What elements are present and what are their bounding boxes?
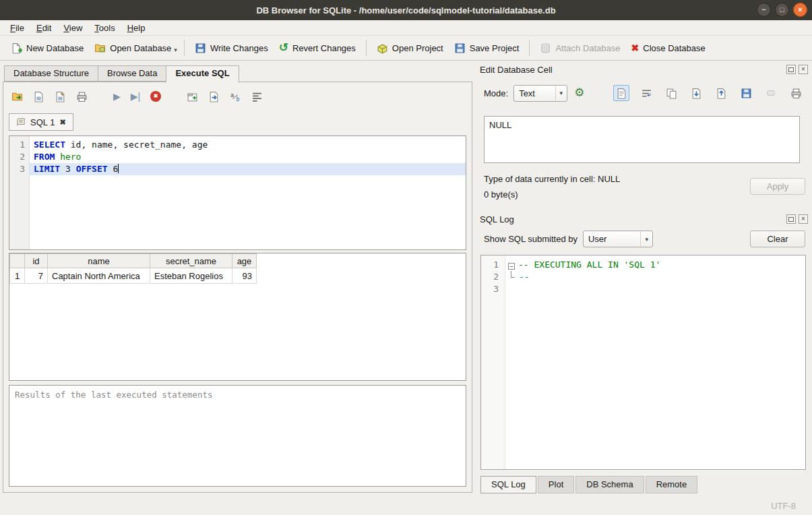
- fold-marker-icon[interactable]: −: [508, 263, 515, 270]
- clear-log-button[interactable]: Clear: [750, 231, 805, 247]
- attach-database-label: Attach Database: [555, 43, 620, 53]
- tab-execute-sql[interactable]: Execute SQL: [166, 65, 239, 83]
- format-sql-icon[interactable]: [251, 91, 263, 102]
- word-wrap-icon[interactable]: [638, 85, 654, 101]
- new-database-label: New Database: [26, 43, 84, 53]
- text-view-icon[interactable]: [613, 85, 629, 101]
- export-data-icon[interactable]: [713, 85, 729, 101]
- tab-browse-data[interactable]: Browse Data: [98, 65, 166, 82]
- column-header-id[interactable]: id: [25, 254, 48, 268]
- dock-float-button[interactable]: [786, 65, 796, 74]
- bottom-dock-tabs: SQL Log Plot DB Schema Remote: [480, 476, 699, 493]
- import-data-icon[interactable]: [688, 85, 704, 101]
- column-header-secret-name[interactable]: secret_name: [150, 254, 232, 268]
- write-changes-button[interactable]: Write Changes: [189, 39, 274, 57]
- sql-editor-tabbar: SQL 1 ✖: [9, 113, 73, 131]
- cell-tools: [613, 85, 804, 101]
- stop-execution-icon[interactable]: ✖: [150, 91, 161, 102]
- menu-view[interactable]: View: [57, 22, 88, 34]
- column-header-name[interactable]: name: [48, 254, 150, 268]
- open-database-button[interactable]: Open Database: [89, 39, 177, 57]
- save-sql-as-icon[interactable]: [55, 91, 66, 102]
- sql-keyword: FROM: [34, 152, 55, 162]
- sql-keyword: OFFSET: [76, 164, 108, 174]
- minimize-button[interactable]: −: [757, 3, 771, 17]
- encoding-indicator[interactable]: UTF-8: [771, 501, 796, 511]
- execute-all-icon[interactable]: ▶: [113, 91, 121, 102]
- log-line-2: --: [505, 271, 805, 283]
- column-header-age[interactable]: age: [232, 254, 257, 268]
- revert-changes-button[interactable]: ↺ Revert Changes: [274, 39, 361, 57]
- toolbar-separator: [184, 40, 185, 56]
- menubar: File Edit View Tools Help: [0, 20, 812, 35]
- cell-id[interactable]: 7: [25, 268, 48, 284]
- close-button[interactable]: ×: [793, 3, 807, 17]
- submitted-by-select[interactable]: User ▾: [583, 231, 653, 247]
- dock-float-button[interactable]: [786, 214, 796, 224]
- chevron-down-icon: ▾: [640, 231, 652, 247]
- window-controls: − □ ×: [757, 3, 807, 17]
- dock-tab-sql-log[interactable]: SQL Log: [480, 476, 536, 493]
- open-project-button[interactable]: Open Project: [371, 39, 449, 57]
- maximize-button[interactable]: □: [775, 3, 789, 17]
- menu-help[interactable]: Help: [121, 22, 152, 34]
- write-changes-icon: [195, 42, 206, 54]
- copy-cell-icon[interactable]: [663, 85, 679, 101]
- line-number: 2: [481, 271, 505, 283]
- edit-cell-title: Edit Database Cell: [480, 65, 784, 75]
- sql-tab-close-icon[interactable]: ✖: [59, 118, 65, 127]
- open-new-tab-icon[interactable]: [187, 91, 198, 102]
- results-message: Results of the last executed statements: [9, 386, 466, 404]
- log-line-3: [505, 283, 805, 295]
- sql-log-view[interactable]: 1 2 3 −-- EXECUTING ALL IN 'SQL 1' --: [480, 255, 806, 470]
- menu-tools[interactable]: Tools: [88, 22, 121, 34]
- export-results-icon[interactable]: [208, 91, 220, 102]
- close-database-button[interactable]: ✖ Close Database: [626, 39, 711, 57]
- editor-code[interactable]: SELECT id, name, secret_name, age FROM h…: [30, 136, 466, 249]
- cell-editor[interactable]: NULL: [484, 116, 800, 163]
- dock-tab-db-schema[interactable]: DB Schema: [575, 476, 644, 493]
- save-project-button[interactable]: Save Project: [449, 39, 525, 57]
- cell-age[interactable]: 93: [232, 268, 257, 284]
- line-number: 1: [9, 139, 29, 151]
- new-database-button[interactable]: New Database: [5, 39, 89, 57]
- open-database-dropdown-icon[interactable]: ▾: [174, 41, 179, 55]
- log-code: −-- EXECUTING ALL IN 'SQL 1' --: [505, 255, 805, 469]
- grid-row: 1 7 Captain North America Esteban Rogeli…: [10, 268, 257, 284]
- print-sql-icon[interactable]: [76, 91, 88, 102]
- sql-keyword: LIMIT: [34, 164, 60, 174]
- print-cell-icon[interactable]: [788, 85, 804, 101]
- sql-log-title: SQL Log: [480, 214, 784, 224]
- open-sql-file-icon[interactable]: [11, 91, 23, 102]
- cell-secret-name[interactable]: Esteban Rogelios: [150, 268, 232, 284]
- open-database-label: Open Database: [110, 43, 171, 53]
- editor-line-numbers: 1 2 3: [9, 136, 30, 249]
- menu-edit[interactable]: Edit: [30, 22, 57, 34]
- find-replace-icon[interactable]: ab: [230, 91, 241, 102]
- dock-close-button[interactable]: ×: [799, 214, 808, 224]
- row-header[interactable]: 1: [10, 268, 25, 284]
- close-database-label: Close Database: [643, 43, 706, 53]
- sql-editor[interactable]: 1 2 3 SELECT id, name, secret_name, age …: [9, 135, 466, 250]
- cell-value: NULL: [489, 120, 511, 130]
- cell-name[interactable]: Captain North America: [48, 268, 150, 284]
- dock-close-button[interactable]: ×: [799, 65, 808, 74]
- mode-select[interactable]: Text ▾: [513, 85, 567, 102]
- execute-current-line-icon[interactable]: ▶|: [131, 91, 140, 102]
- save-data-icon[interactable]: [738, 85, 754, 101]
- sql-keyword: SELECT: [34, 140, 65, 150]
- dock-tab-plot[interactable]: Plot: [538, 476, 574, 493]
- svg-text:b: b: [237, 95, 240, 102]
- attach-database-button: Attach Database: [534, 39, 625, 57]
- save-sql-file-icon[interactable]: [33, 91, 44, 102]
- right-pane: Edit Database Cell × Mode: Text ▾ ⚙: [476, 61, 812, 497]
- sql-tab-1[interactable]: SQL 1 ✖: [9, 113, 73, 131]
- submitted-by-value: User: [588, 234, 606, 244]
- tab-database-structure[interactable]: Database Structure: [4, 65, 98, 82]
- mode-value: Text: [519, 88, 535, 98]
- menu-file[interactable]: File: [4, 22, 30, 34]
- results-message-area: Results of the last executed statements: [9, 385, 466, 487]
- dock-tab-remote[interactable]: Remote: [646, 476, 698, 493]
- auto-switch-mode-icon[interactable]: ⚙: [574, 87, 584, 99]
- left-pane: Database Structure Browse Data Execute S…: [0, 61, 476, 497]
